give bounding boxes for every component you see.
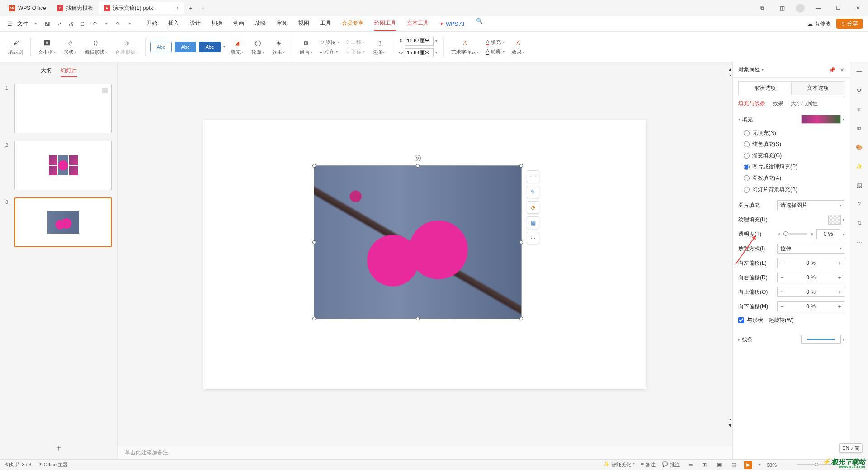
comments-button[interactable]: 💬批注: [662, 461, 680, 468]
file-dropdown-icon[interactable]: ▾: [32, 20, 40, 28]
height-input[interactable]: [405, 37, 434, 46]
close-panel-icon[interactable]: ✕: [840, 67, 844, 73]
texture-swatch[interactable]: [828, 215, 841, 225]
radio-slidebg-fill[interactable]: 幻灯片背景填充(B): [744, 184, 844, 195]
line-section-header[interactable]: ▸线条 ▾: [738, 332, 844, 347]
handle-e[interactable]: [519, 240, 523, 244]
select-button[interactable]: ⬚ 选择▾: [369, 38, 387, 56]
float-collapse-button[interactable]: —: [527, 170, 539, 183]
rail-collapse-icon[interactable]: —: [854, 66, 865, 77]
slideshow-dropdown[interactable]: ▾: [759, 463, 760, 467]
slides-tab[interactable]: 幻灯片: [61, 67, 77, 77]
new-tab-button[interactable]: ＋: [184, 2, 197, 14]
fill-section-header[interactable]: ▾填充 ▾: [738, 112, 844, 127]
style-preset-1[interactable]: Abc: [150, 42, 172, 52]
tab-document[interactable]: P 演示文稿(1).pptx •: [99, 2, 184, 14]
handle-n[interactable]: [416, 164, 420, 168]
offset-bottom-spinner[interactable]: −0 %＋: [777, 301, 844, 311]
tab-design[interactable]: 设计: [190, 17, 201, 31]
rotate-button[interactable]: ⟲旋转▾: [318, 38, 341, 47]
move-down-button[interactable]: ⇩下移▾: [344, 47, 367, 56]
undo-dropdown[interactable]: ▾: [102, 20, 110, 28]
print-icon[interactable]: 🖨: [67, 20, 75, 28]
handle-ne[interactable]: [519, 164, 523, 168]
print-preview-icon[interactable]: 🗋: [79, 20, 87, 28]
selection-frame[interactable]: ⟳ — ✎ ◔ ▦ ⋯: [314, 165, 522, 319]
radio-pattern-fill[interactable]: 图案填充(A): [744, 173, 844, 184]
undo-icon[interactable]: ↶: [90, 20, 99, 28]
close-button[interactable]: ✕: [852, 2, 864, 14]
maximize-button[interactable]: ☐: [832, 2, 844, 14]
float-crop-button[interactable]: ◔: [527, 201, 539, 214]
modified-indicator[interactable]: ☁有修改: [807, 20, 831, 28]
float-edit-button[interactable]: ✎: [527, 186, 539, 198]
smart-beautify-button[interactable]: ✨智能美化▾: [603, 461, 635, 468]
cube-icon[interactable]: ◫: [776, 2, 788, 14]
thumbnail-1[interactable]: 1: [5, 84, 112, 133]
menu-icon[interactable]: ☰: [5, 20, 14, 28]
transparency-value[interactable]: 0 %: [816, 229, 840, 239]
save-icon[interactable]: 🖫: [43, 20, 52, 28]
tab-insert[interactable]: 插入: [168, 17, 179, 31]
rail-magic-icon[interactable]: ✨: [854, 161, 865, 172]
fill-preview-swatch[interactable]: [801, 115, 841, 124]
float-layout-button[interactable]: ▦: [527, 216, 539, 229]
notes-button[interactable]: ≡备注: [641, 461, 656, 468]
slideshow-button[interactable]: ▶: [744, 461, 752, 469]
shape-button[interactable]: ◇ 形状▾: [61, 38, 79, 56]
redo-dropdown[interactable]: ▾: [126, 20, 134, 28]
text-options-tab[interactable]: 文本选项: [792, 81, 845, 95]
line-preview[interactable]: [801, 335, 841, 344]
view-notes-icon[interactable]: ▤: [730, 461, 738, 469]
rail-layers-icon[interactable]: ⧉: [854, 123, 865, 134]
file-menu[interactable]: 文件: [17, 20, 28, 28]
offset-left-spinner[interactable]: −0 %＋: [777, 258, 844, 268]
thumbnail-3[interactable]: 3: [5, 197, 112, 247]
zoom-out-button[interactable]: −: [783, 461, 791, 469]
tab-vip[interactable]: 会员专享: [342, 17, 363, 31]
tab-slideshow[interactable]: 放映: [255, 17, 266, 31]
merge-shape-button[interactable]: ◑ 合并形状▾: [113, 38, 141, 56]
text-fill-button[interactable]: A填充▾: [484, 38, 506, 47]
export-icon[interactable]: ↗: [55, 20, 63, 28]
fill-button[interactable]: ◢ 填充▾: [228, 38, 246, 56]
rail-palette-icon[interactable]: 🎨: [854, 142, 865, 153]
view-sorter-icon[interactable]: ⊞: [701, 461, 709, 469]
rotate-handle[interactable]: ⟳: [415, 155, 421, 161]
tab-view[interactable]: 视图: [298, 17, 309, 31]
tab-wps-ai[interactable]: ✦WPS AI: [439, 17, 464, 31]
avatar[interactable]: [796, 4, 805, 13]
outline-tab[interactable]: 大纲: [41, 67, 52, 77]
text-outline-button[interactable]: A轮廓▾: [484, 47, 506, 56]
minimize-button[interactable]: —: [812, 2, 825, 14]
offset-top-spinner[interactable]: −0 %＋: [777, 287, 844, 297]
view-normal-icon[interactable]: ▭: [686, 461, 694, 469]
rail-image-icon[interactable]: 🖼: [854, 180, 865, 191]
format-painter[interactable]: 🖌 格式刷: [5, 38, 26, 56]
tab-templates[interactable]: D 找稿壳模板: [52, 2, 99, 14]
tab-list-dropdown[interactable]: ▾: [197, 2, 209, 14]
float-more-button[interactable]: ⋯: [527, 232, 539, 244]
rail-adjust-icon[interactable]: ⚙: [854, 85, 865, 96]
share-button[interactable]: ⇪分享: [836, 19, 863, 29]
style-gallery-more[interactable]: ▾: [223, 45, 225, 49]
tab-drawing-tools[interactable]: 绘图工具: [374, 17, 396, 31]
redo-icon[interactable]: ↷: [114, 20, 122, 28]
handle-sw[interactable]: [312, 317, 316, 320]
texture-dropdown[interactable]: ▾: [843, 218, 844, 222]
textbox-button[interactable]: 🅰 文本框▾: [35, 38, 58, 56]
width-input[interactable]: [405, 48, 434, 57]
search-icon[interactable]: 🔍: [475, 17, 483, 25]
edit-shape-button[interactable]: ⟨⟩ 编辑形状▾: [82, 38, 110, 56]
transparency-slider[interactable]: [783, 233, 807, 235]
handle-s[interactable]: [416, 317, 420, 320]
tab-text-tools[interactable]: 文本工具: [407, 17, 429, 31]
rail-more-icon[interactable]: ⋯: [854, 237, 865, 248]
tab-home[interactable]: 开始: [146, 17, 157, 31]
text-effect-button[interactable]: A 效果▾: [509, 38, 527, 56]
style-preset-2[interactable]: Abc: [175, 42, 196, 52]
wordart-button[interactable]: A 艺术字样式▾: [448, 38, 481, 56]
subtab-fill-line[interactable]: 填充与线条: [738, 100, 765, 108]
language-indicator[interactable]: EN ♪ 简: [839, 443, 863, 453]
theme-indicator[interactable]: ⟳Office 主题: [38, 461, 68, 468]
